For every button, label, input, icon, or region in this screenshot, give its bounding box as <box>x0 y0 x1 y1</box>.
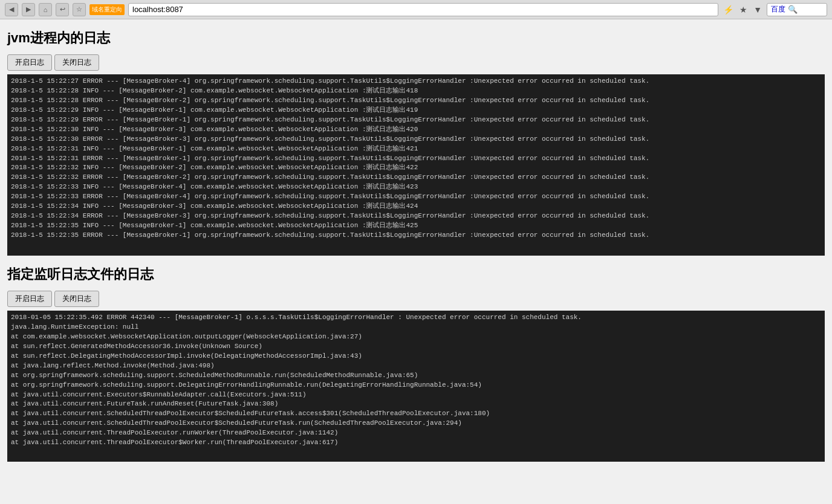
log-line: at sun.reflect.GeneratedMethodAccessor36… <box>11 342 821 352</box>
section2: 指定监听日志文件的日志 开启日志 关闭日志 2018-01-05 15:22:3… <box>7 265 825 462</box>
log-line: at java.util.concurrent.ThreadPoolExecut… <box>11 428 821 438</box>
log-line: at org.springframework.scheduling.suppor… <box>11 371 821 381</box>
log-line: at java.util.concurrent.ThreadPoolExecut… <box>11 438 821 448</box>
log-line: 2018-1-5 15:22:32 ERROR --- [MessageBrok… <box>11 173 821 183</box>
section2-log-area: 2018-01-05 15:22:35.492 ERROR 442340 ---… <box>7 311 825 462</box>
address-bar[interactable]: localhost:8087 <box>128 3 718 16</box>
search-box[interactable]: 百度 🔍 <box>767 3 827 16</box>
log-line: 2018-1-5 15:22:29 INFO --- [MessageBroke… <box>11 106 821 115</box>
section1-stop-btn[interactable]: 关闭日志 <box>54 54 99 71</box>
star-filled-icon[interactable]: ★ <box>738 4 749 16</box>
section2-title: 指定监听日志文件的日志 <box>7 265 825 283</box>
section1: jvm进程内的日志 开启日志 关闭日志 2018-1-5 15:22:27 ER… <box>7 29 825 256</box>
star-button[interactable]: ☆ <box>73 3 86 16</box>
section1-btn-group: 开启日志 关闭日志 <box>7 54 825 71</box>
log-line: at java.util.concurrent.ScheduledThreadP… <box>11 409 821 419</box>
section1-start-btn[interactable]: 开启日志 <box>7 54 52 71</box>
log-line: 2018-1-5 15:22:31 ERROR --- [MessageBrok… <box>11 154 821 164</box>
section2-btn-group: 开启日志 关闭日志 <box>7 291 825 307</box>
log-line: 2018-1-5 15:22:33 INFO --- [MessageBroke… <box>11 183 821 192</box>
log-line: 2018-1-5 15:22:34 ERROR --- [MessageBrok… <box>11 212 821 221</box>
section2-stop-btn[interactable]: 关闭日志 <box>54 291 99 307</box>
log-line: 2018-1-5 15:22:35 ERROR --- [MessageBrok… <box>11 231 821 241</box>
log-line: at java.util.concurrent.ScheduledThreadP… <box>11 419 821 428</box>
search-icon: 🔍 <box>788 5 798 14</box>
dropdown-icon[interactable]: ▼ <box>752 4 763 16</box>
log-line: at java.util.concurrent.Executors$Runnab… <box>11 390 821 400</box>
browser-toolbar: ◀ ▶ ⌂ ↩ ☆ 域名重定向 localhost:8087 ⚡ ★ ▼ 百度 … <box>0 0 832 19</box>
domain-redirect-label: 域名重定向 <box>89 4 125 15</box>
log-line: at sun.reflect.DelegatingMethodAccessorI… <box>11 352 821 361</box>
log-line: 2018-1-5 15:22:28 INFO --- [MessageBroke… <box>11 86 821 96</box>
log-line: 2018-1-5 15:22:29 ERROR --- [MessageBrok… <box>11 115 821 125</box>
log-line: java.lang.RuntimeException: null <box>11 323 821 332</box>
page-content: jvm进程内的日志 开启日志 关闭日志 2018-1-5 15:22:27 ER… <box>0 19 832 471</box>
back-button[interactable]: ◀ <box>5 3 18 16</box>
log-line: 2018-1-5 15:22:27 ERROR --- [MessageBrok… <box>11 77 821 86</box>
log-line: 2018-1-5 15:22:32 INFO --- [MessageBroke… <box>11 163 821 173</box>
section2-start-btn[interactable]: 开启日志 <box>7 291 52 307</box>
log-line: 2018-1-5 15:22:30 INFO --- [MessageBroke… <box>11 125 821 135</box>
search-engine-label: 百度 <box>771 4 785 15</box>
lightning-icon[interactable]: ⚡ <box>722 4 735 16</box>
log-line: at org.springframework.scheduling.suppor… <box>11 381 821 390</box>
back-page-button[interactable]: ↩ <box>56 3 69 16</box>
section1-title: jvm进程内的日志 <box>7 29 825 47</box>
url-text: localhost:8087 <box>132 5 183 14</box>
log-line: at com.example.websocket.WebsocketApplic… <box>11 332 821 342</box>
log-line: 2018-01-05 15:22:35.492 ERROR 442340 ---… <box>11 313 821 323</box>
log-line: 2018-1-5 15:22:31 INFO --- [MessageBroke… <box>11 144 821 154</box>
home-button[interactable]: ⌂ <box>39 3 52 16</box>
section1-log-area: 2018-1-5 15:22:27 ERROR --- [MessageBrok… <box>7 74 825 256</box>
log-line: 2018-1-5 15:22:33 ERROR --- [MessageBrok… <box>11 192 821 202</box>
log-line: 2018-1-5 15:22:28 ERROR --- [MessageBrok… <box>11 96 821 106</box>
log-line: at java.util.concurrent.FutureTask.runAn… <box>11 399 821 409</box>
log-line: 2018-1-5 15:22:30 ERROR --- [MessageBrok… <box>11 135 821 144</box>
log-line: 2018-1-5 15:22:34 INFO --- [MessageBroke… <box>11 202 821 212</box>
log-line: at java.lang.reflect.Method.invoke(Metho… <box>11 361 821 371</box>
log-line: 2018-1-5 15:22:35 INFO --- [MessageBroke… <box>11 221 821 231</box>
forward-button[interactable]: ▶ <box>22 3 35 16</box>
